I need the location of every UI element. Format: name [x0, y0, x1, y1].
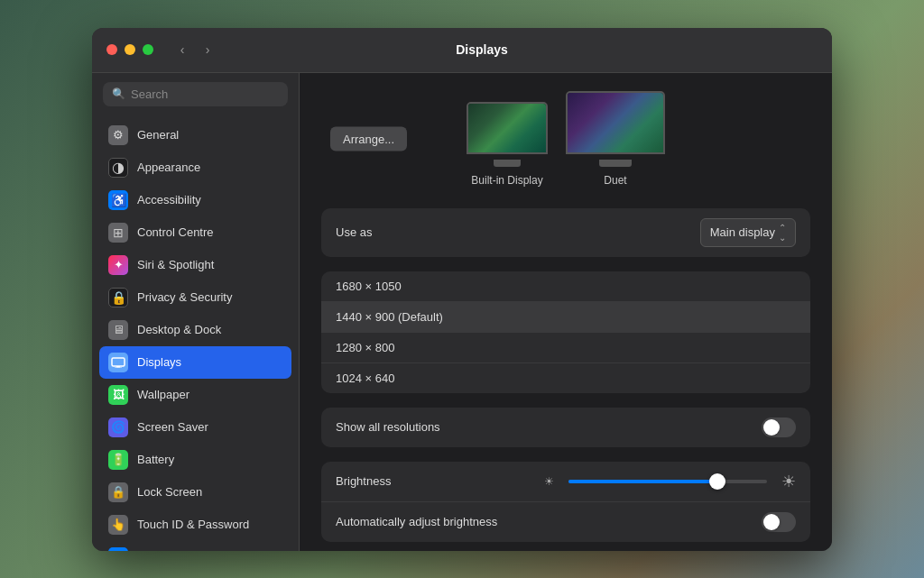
- wallpaper-icon: 🖼: [108, 385, 128, 405]
- sidebar-item-screensaver[interactable]: 🌀 Screen Saver: [99, 411, 291, 444]
- sidebar-label-displays: Displays: [137, 355, 181, 369]
- sidebar-label-privacy: Privacy & Security: [137, 290, 232, 304]
- navigation-buttons: ‹ ›: [171, 39, 218, 60]
- brightness-high-icon: ☀: [781, 472, 796, 491]
- duet-display-label: Duet: [604, 174, 626, 187]
- sidebar-item-desktop[interactable]: 🖥 Desktop & Dock: [99, 314, 291, 346]
- search-placeholder: Search: [131, 87, 168, 101]
- builtin-display-stand: [494, 160, 521, 167]
- brightness-low-icon: ☀: [544, 475, 554, 488]
- duet-display-screen: [566, 91, 665, 154]
- resolution-value-0: 1680 × 1050: [336, 280, 402, 293]
- sidebar-item-wallpaper[interactable]: 🖼 Wallpaper: [99, 379, 291, 411]
- resolution-row-0[interactable]: 1680 × 1050: [321, 271, 810, 302]
- sidebar-item-lockscreen[interactable]: 🔒 Lock Screen: [99, 476, 291, 509]
- sidebar-list: ⚙ General ◑ Appearance ♿ Accessibility ⊞…: [92, 115, 299, 551]
- use-as-section: Use as Main display ⌃⌄: [321, 208, 810, 257]
- sidebar-label-control-centre: Control Centre: [137, 225, 214, 239]
- slider-knob[interactable]: [709, 473, 725, 490]
- title-bar: ‹ › Displays: [92, 28, 832, 73]
- svg-rect-2: [115, 367, 122, 368]
- sidebar-item-touchid[interactable]: 👆 Touch ID & Password: [99, 509, 291, 541]
- traffic-lights: [106, 44, 153, 55]
- show-all-row: Show all resolutions: [321, 408, 810, 447]
- sidebar-label-touchid: Touch ID & Password: [137, 518, 249, 531]
- chevron-icon: ⌃⌄: [779, 223, 786, 243]
- brightness-slider[interactable]: [568, 480, 768, 483]
- resolution-value-3: 1024 × 640: [336, 372, 394, 385]
- battery-icon: 🔋: [108, 450, 128, 470]
- sidebar-item-control-centre[interactable]: ⊞ Control Centre: [99, 216, 291, 249]
- sidebar-item-appearance[interactable]: ◑ Appearance: [99, 151, 291, 184]
- sidebar-item-privacy[interactable]: 🔒 Privacy & Security: [99, 281, 291, 314]
- show-all-section: Show all resolutions: [321, 408, 810, 447]
- sidebar-label-appearance: Appearance: [137, 161, 200, 174]
- brightness-row: Brightness ☀ ☀: [321, 462, 810, 502]
- search-bar[interactable]: 🔍 Search: [103, 82, 288, 106]
- duet-display-thumb: Duet: [566, 91, 665, 187]
- sidebar-label-desktop: Desktop & Dock: [137, 323, 221, 336]
- sidebar-item-siri[interactable]: ✦ Siri & Spotlight: [99, 249, 291, 281]
- show-all-label: Show all resolutions: [336, 420, 762, 434]
- builtin-display-image: [468, 104, 546, 152]
- use-as-label: Use as: [336, 225, 700, 239]
- sidebar-item-accessibility[interactable]: ♿ Accessibility: [99, 184, 291, 216]
- slider-fill: [568, 480, 717, 483]
- auto-brightness-toggle[interactable]: [762, 512, 796, 532]
- displays-icon: [108, 353, 128, 372]
- resolutions-section: 1680 × 1050 1440 × 900 (Default) 1280 × …: [321, 271, 810, 393]
- brightness-label: Brightness: [336, 474, 535, 488]
- resolution-value-1: 1440 × 900 (Default): [336, 310, 443, 324]
- builtin-display-thumb: Built-in Display: [467, 102, 548, 187]
- displays-row: Arrange... Built-in Display Duet: [321, 91, 810, 187]
- resolution-row-1[interactable]: 1440 × 900 (Default): [321, 302, 810, 333]
- window-title: Displays: [218, 42, 745, 57]
- sidebar-item-users[interactable]: 👥 Users & Groups: [99, 541, 291, 551]
- resolution-row-2[interactable]: 1280 × 800: [321, 333, 810, 363]
- system-preferences-window: ‹ › Displays 🔍 Search ⚙ General ◑ Appear…: [92, 28, 832, 551]
- siri-icon: ✦: [108, 255, 128, 275]
- content-panel: Arrange... Built-in Display Duet: [300, 73, 832, 551]
- main-content: 🔍 Search ⚙ General ◑ Appearance ♿ Access…: [92, 73, 832, 551]
- arrange-button[interactable]: Arrange...: [330, 126, 407, 151]
- use-as-value: Main display: [710, 225, 775, 239]
- back-button[interactable]: ‹: [171, 39, 193, 60]
- maximize-button[interactable]: [143, 44, 153, 55]
- sidebar-label-screensaver: Screen Saver: [137, 420, 208, 434]
- show-all-toggle[interactable]: [762, 417, 796, 437]
- builtin-display-label: Built-in Display: [471, 174, 542, 187]
- users-icon: 👥: [108, 547, 128, 551]
- desktop-icon: 🖥: [108, 320, 128, 340]
- search-icon: 🔍: [112, 87, 125, 100]
- sidebar-item-general[interactable]: ⚙ General: [99, 119, 291, 151]
- auto-brightness-row: Automatically adjust brightness: [321, 502, 810, 542]
- touchid-icon: 👆: [108, 515, 128, 535]
- screensaver-icon: 🌀: [108, 417, 128, 437]
- svg-rect-0: [112, 358, 125, 366]
- toggle-knob: [763, 419, 780, 436]
- control-centre-icon: ⊞: [108, 223, 128, 243]
- brightness-section: Brightness ☀ ☀ Automatically adjust brig…: [321, 462, 810, 542]
- lockscreen-icon: 🔒: [108, 482, 128, 502]
- minimize-button[interactable]: [125, 44, 135, 55]
- resolution-value-2: 1280 × 800: [336, 341, 394, 354]
- sidebar-item-battery[interactable]: 🔋 Battery: [99, 444, 291, 476]
- general-icon: ⚙: [108, 125, 128, 145]
- close-button[interactable]: [106, 44, 117, 55]
- resolution-row-3[interactable]: 1024 × 640: [321, 363, 810, 393]
- privacy-icon: 🔒: [108, 288, 128, 307]
- builtin-display-screen: [467, 102, 548, 154]
- appearance-icon: ◑: [108, 158, 128, 178]
- sidebar-label-wallpaper: Wallpaper: [137, 388, 189, 401]
- use-as-row: Use as Main display ⌃⌄: [321, 208, 810, 257]
- forward-button[interactable]: ›: [197, 39, 218, 60]
- sidebar-label-battery: Battery: [137, 453, 174, 466]
- sidebar-label-general: General: [137, 128, 179, 142]
- duet-display-image: [568, 93, 663, 152]
- auto-toggle-knob: [763, 514, 780, 530]
- sidebar-label-lockscreen: Lock Screen: [137, 485, 202, 499]
- use-as-select[interactable]: Main display ⌃⌄: [700, 218, 796, 247]
- duet-display-stand: [599, 160, 632, 167]
- sidebar-item-displays[interactable]: Displays: [99, 346, 291, 379]
- sidebar: 🔍 Search ⚙ General ◑ Appearance ♿ Access…: [92, 73, 300, 551]
